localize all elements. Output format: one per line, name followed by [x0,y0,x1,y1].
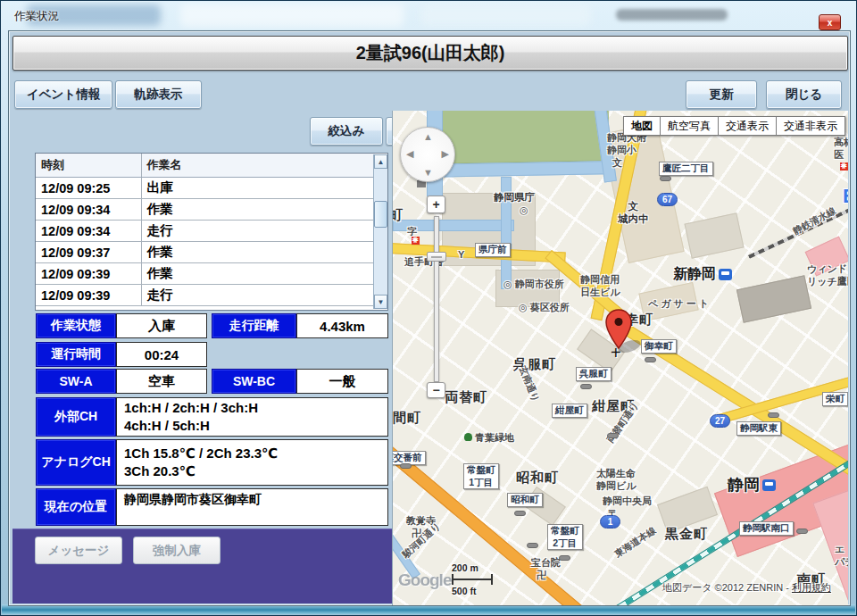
field-value-ext-ch: 1ch:H / 2ch:H / 3ch:H 4ch:H / 5ch:H [116,397,388,437]
ext-ch-line2: 4ch:H / 5ch:H [124,417,210,435]
map-label-kencho-mae: 県庁前 [475,243,511,257]
map-label-city-hall: ◎ 静岡市役所 [503,279,564,291]
map-label-shizuokaeki-higashi: 静岡駅東 [736,421,781,436]
cell-time: 12/09 09:34 [36,199,141,221]
field-label-work-status: 作業状態 [36,313,116,338]
map-label-takajo-2chome: 鷹匠二丁目 [659,162,713,176]
copyright-text: 地図データ ©2012 ZENRIN - [662,582,792,593]
map-label-machi-partial: 町 [392,207,404,224]
field-label-distance: 走行距離 [212,313,296,338]
table-row[interactable]: 12/09 09:39作業 [36,263,375,285]
column-header-time[interactable]: 時刻 [36,154,141,178]
cell-time: 12/09 09:37 [36,242,141,263]
map-label-tokiwacho-2: 常盤町 2丁目 [547,524,583,550]
terms-link[interactable]: 利用規約 [792,582,831,593]
pan-left-arrow[interactable]: ◀ [406,148,413,160]
bus-stop-icon [660,176,671,181]
force-store-button[interactable]: 強制入庫 [133,537,220,564]
route-shield-27: 27 [710,414,730,428]
refresh-button[interactable]: 更新 [686,80,757,109]
map-canvas[interactable]: 静岡大附 静岡小 文鷹匠二丁目高林 医67文 城内中静鉄清水線静岡県庁◎県庁前追… [392,111,848,605]
map-label-shinkin-bldg: 静岡信用 日生ビル [580,274,620,299]
bus-stop-icon [514,511,526,516]
pan-up-arrow[interactable]: ▲ [423,131,433,142]
field-label-op-time: 運行時間 [36,342,116,367]
map-type-button-交通非表示[interactable]: 交通非表示 [777,116,845,136]
map-type-button-交通表示[interactable]: 交通表示 [719,116,777,136]
scroll-up-button[interactable]: ▲ [374,154,387,169]
table-row[interactable]: 12/09 09:39走行 [36,285,375,306]
field-value-sw-bc: 一般 [296,369,388,394]
map-label-shizuoka-station: 静岡 [728,475,776,495]
column-header-workname[interactable]: 作業名 [141,154,375,178]
event-info-button[interactable]: イベント情報 [14,80,112,109]
pan-down-arrow[interactable]: ▼ [423,167,433,178]
scroll-down-button[interactable]: ▼ [374,295,387,309]
cell-time: 12/09 09:34 [36,221,141,242]
map-label-hodaiin: 宝台院 卍 [531,557,561,582]
footer-panel: メッセージ 強制入庫 [12,529,392,604]
map-type-button-航空写真[interactable]: 航空写真 [661,116,719,136]
map-label-espatio-partial: エ パティ [835,544,848,569]
map-label-tokiwacho-1: 常盤町 1丁目 [463,463,499,489]
field-label-ext-ch: 外部CH [36,397,116,437]
filter-button[interactable]: 絞込み [310,117,383,146]
title-bar[interactable]: 作業状況 [2,2,855,29]
map-label-kuroganecho: 黒金町 [665,526,708,543]
map-scale-bar: 200 m 500 ft [452,562,493,596]
pan-right-arrow[interactable]: ▶ [442,148,449,160]
message-button[interactable]: メッセージ [35,537,122,564]
zoom-out-button[interactable]: − [427,382,445,398]
field-label-position: 現在の位置 [36,488,116,526]
analog-ch-line1: 1Ch 15.8℃ / 2Ch 23.3℃ [124,445,278,462]
screen: 作業状況 x 2量試96(山田太郎) イベント情報 軌跡表示 更新 閉じる 絞込… [0,0,857,616]
dialog-content: 2量試96(山田太郎) イベント情報 軌跡表示 更新 閉じる 絞込み ◄ 時刻 … [8,30,851,606]
zoom-slider-handle[interactable] [427,252,446,262]
zoom-in-button[interactable]: + [427,196,445,213]
window-title: 作業状況 [14,9,59,24]
table-scrollbar[interactable]: ▲ ▼ [373,154,387,309]
map-pan-control[interactable]: ▲ ▼ ◀ ▶ [400,127,455,182]
map-label-koyamachi-stop: 紺屋町 [552,404,587,418]
cell-workname: 作業 [141,199,375,221]
bus-stop-icon [559,555,570,561]
map-label-jonai-jhs: 文 城内中 [618,200,649,226]
scale-line [452,574,493,585]
table-row[interactable]: 12/09 09:34走行 [36,221,375,242]
bus-stop-icon [580,384,592,389]
map-park-area [438,111,609,164]
map-label-windrich-takajo: ウィンド リッチ鷹匠 [807,263,848,288]
cell-workname: 作業 [141,242,375,263]
vehicle-title-bar: 2量試96(山田太郎) [12,36,848,71]
table-row[interactable]: 12/09 09:37作業 [36,242,375,263]
map-label-e-partial: E [843,184,848,209]
map-label-ryogaecho: 両替町 [445,389,487,406]
map-copyright: 地図データ ©2012 ZENRIN - 利用規約 [662,581,831,595]
bus-stop-icon [645,357,656,362]
table-row[interactable]: 12/09 09:34作業 [36,199,375,221]
cell-workname: 出庫 [141,178,375,199]
map-label-prefectural-office: 静岡県庁 [494,191,535,204]
scale-metric: 200 m [452,562,493,573]
track-display-button[interactable]: 軌跡表示 [115,80,202,109]
map-label-shizuoka-elementary: 静岡大附 静岡小 文 [607,132,646,169]
close-button[interactable]: 閉じる [766,80,842,109]
ext-ch-line1: 1ch:H / 2ch:H / 3ch:H [124,399,258,417]
bus-stop-icon [768,412,779,418]
cell-time: 12/09 09:25 [36,178,141,199]
table-row[interactable]: 12/09 09:25出庫 [36,178,375,199]
map-label-takabayashi-clinic: 高林 医 [834,137,848,162]
hospital-icon [412,237,420,245]
event-table: 時刻 作業名 12/09 09:25出庫12/09 09:34作業12/09 0… [35,153,388,311]
zoom-slider-track[interactable] [434,216,439,382]
map-label-showacho: 昭和町 [516,470,559,487]
window-close-button[interactable]: x [819,14,841,30]
scale-imperial: 500 ft [452,586,493,596]
map-type-button-地図[interactable]: 地図 [623,116,661,136]
hospital-icon [840,162,848,171]
field-value-distance: 4.43km [296,313,388,338]
scroll-thumb[interactable] [374,201,387,228]
background-window-blur [180,4,404,27]
table-header-row: 時刻 作業名 [36,154,375,178]
field-value-work-status: 入庫 [116,313,207,338]
